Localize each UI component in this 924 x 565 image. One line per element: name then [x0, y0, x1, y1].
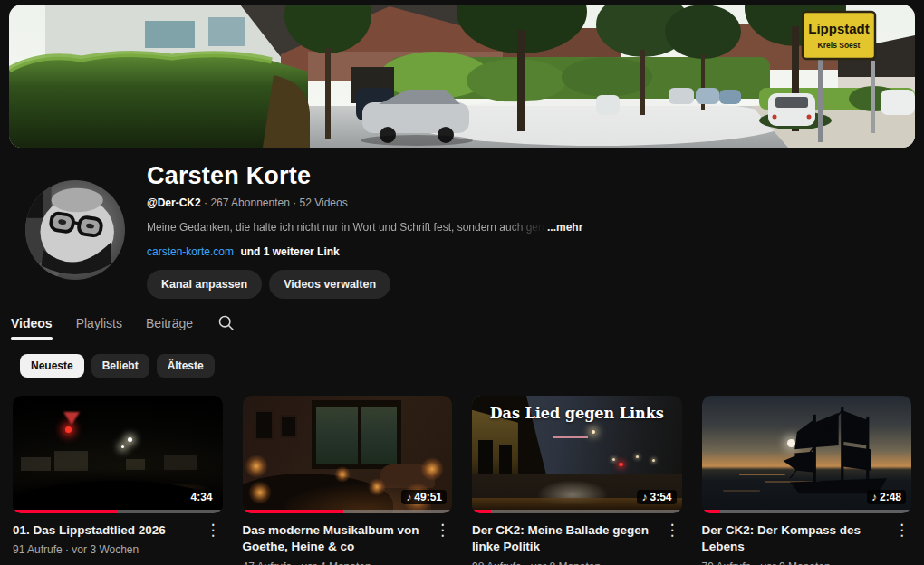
channel-link[interactable]: carsten-korte.com [147, 245, 234, 258]
thumb-art [739, 474, 785, 475]
video-thumbnail[interactable]: ♪ 49:51 [243, 396, 453, 513]
thumb-art [54, 451, 88, 471]
ship-silhouette [781, 403, 896, 500]
thumb-art [312, 400, 402, 469]
video-menu-icon[interactable]: ⋮ [433, 522, 452, 565]
duration-text: 49:51 [414, 491, 442, 503]
watch-progress-fill [243, 510, 343, 513]
thumbnail-overlay-rule [553, 436, 588, 438]
thumb-art [128, 437, 132, 442]
thumb-art [612, 458, 615, 461]
channel-title: Carsten Korte [147, 162, 582, 190]
channel-search-button[interactable] [217, 313, 236, 341]
thumb-art [164, 455, 197, 470]
duration-badge: ♪ 49:51 [401, 490, 447, 504]
watch-progress-fill [13, 510, 118, 513]
music-note-icon: ♪ [406, 491, 411, 503]
video-card: ♪ 2:48 Der CK2: Der Kompass des Lebens 7… [702, 396, 912, 565]
video-count: 52 Videos [300, 196, 348, 209]
channel-avatar [25, 180, 125, 280]
meta-separator: · [293, 196, 296, 209]
watch-progress-bar [13, 510, 223, 513]
video-thumbnail[interactable]: Das Lied gegen Links ♪ 3:54 [472, 396, 682, 513]
town-sign: Lippstadt Kreis Soest [803, 12, 875, 59]
thumb-art [723, 490, 761, 492]
town-sign-name: Lippstadt [808, 21, 870, 36]
more-links-button[interactable]: und 1 weiterer Link [240, 245, 339, 258]
filter-chips: Neueste Beliebt Älteste [0, 341, 924, 378]
tab-videos[interactable]: Videos [11, 316, 53, 340]
avatar-photo [25, 180, 125, 280]
description-text: Meine Gedanken, die halte ich nicht nur … [147, 221, 545, 234]
channel-links: carsten-korte.com und 1 weiterer Link [147, 245, 582, 258]
video-title[interactable]: 01. Das Lippstadtlied 2026 [13, 522, 198, 539]
thumb-art [21, 457, 50, 472]
video-thumbnail[interactable]: 4:34 [13, 396, 223, 513]
watch-progress-bar [243, 510, 453, 513]
chip-aelteste[interactable]: Älteste [157, 354, 215, 378]
video-thumbnail[interactable]: ♪ 2:48 [702, 396, 912, 513]
thumb-art [63, 412, 80, 425]
music-note-icon: ♪ [871, 491, 877, 503]
chip-beliebt[interactable]: Beliebt [91, 354, 149, 378]
video-card: ♪ 49:51 Das moderne Musikalbum von Goeth… [243, 396, 453, 565]
video-title[interactable]: Der CK2: Der Kompass des Lebens [702, 522, 888, 555]
thumb-art [245, 455, 268, 478]
channel-header: Carsten Korte @Der-CK2 · 267 Abonnenten … [0, 148, 924, 299]
video-title[interactable]: Das moderne Musikalbum von Goethe, Heine… [243, 522, 428, 555]
channel-banner: Lippstadt Kreis Soest [9, 5, 915, 148]
video-title[interactable]: Der CK2: Meine Ballade gegen linke Polit… [472, 522, 658, 555]
thumbnail-overlay-title: Das Lied gegen Links [472, 405, 682, 422]
thumb-art [65, 426, 72, 433]
duration-text: 4:34 [190, 491, 212, 503]
thumb-art [280, 415, 297, 438]
thumb-art [652, 459, 655, 462]
banner-image: Lippstadt Kreis Soest [9, 5, 915, 148]
duration-badge: ♪ 2:48 [867, 490, 906, 504]
video-card: Das Lied gegen Links ♪ 3:54 Der CK2: Mei… [472, 396, 682, 565]
thumb-art [619, 463, 623, 466]
thumb-art [255, 410, 274, 441]
town-sign-district: Kreis Soest [818, 41, 861, 50]
music-note-icon: ♪ [641, 491, 647, 503]
thumb-art [592, 430, 595, 434]
customize-channel-button[interactable]: Kanal anpassen [147, 270, 262, 299]
subscriber-count: 267 Abonnenten [210, 196, 289, 209]
manage-videos-button[interactable]: Videos verwalten [269, 270, 390, 299]
channel-meta: @Der-CK2 · 267 Abonnenten · 52 Videos [147, 196, 582, 209]
video-meta: 79 Aufrufe · vor 9 Monaten [702, 560, 888, 565]
channel-handle: @Der-CK2 [147, 196, 201, 209]
video-meta: 91 Aufrufe · vor 3 Wochen [13, 543, 198, 556]
thumb-art [420, 457, 444, 481]
watch-progress-bar [472, 510, 682, 513]
duration-text: 2:48 [880, 491, 901, 503]
video-menu-icon[interactable]: ⋮ [204, 522, 223, 556]
video-meta: 98 Aufrufe · vor 8 Monaten [472, 560, 658, 565]
video-grid: 4:34 01. Das Lippstadtlied 2026 91 Aufru… [0, 378, 924, 565]
duration-badge: ♪ 3:54 [637, 490, 676, 504]
video-menu-icon[interactable]: ⋮ [663, 522, 682, 565]
channel-description: Meine Gedanken, die halte ich nicht nur … [147, 221, 582, 234]
tab-beitraege[interactable]: Beiträge [146, 316, 193, 340]
watch-progress-fill [702, 510, 721, 513]
chip-neueste[interactable]: Neueste [20, 354, 84, 378]
description-more-button[interactable]: ...mehr [547, 221, 582, 234]
thumb-art [636, 455, 639, 458]
duration-text: 3:54 [650, 491, 671, 503]
tab-playlists[interactable]: Playlists [76, 316, 122, 340]
meta-separator: · [204, 196, 207, 209]
video-meta: 47 Aufrufe · vor 4 Monaten [243, 560, 428, 565]
search-icon [217, 313, 236, 332]
watch-progress-bar [702, 510, 912, 513]
thumb-art [121, 445, 124, 448]
watch-progress-fill [472, 510, 491, 513]
thumb-art [126, 459, 145, 470]
video-menu-icon[interactable]: ⋮ [892, 522, 911, 565]
channel-tabs: Videos Playlists Beiträge [0, 299, 924, 341]
video-card: 4:34 01. Das Lippstadtlied 2026 91 Aufru… [13, 396, 223, 565]
duration-badge: 4:34 [186, 490, 217, 504]
